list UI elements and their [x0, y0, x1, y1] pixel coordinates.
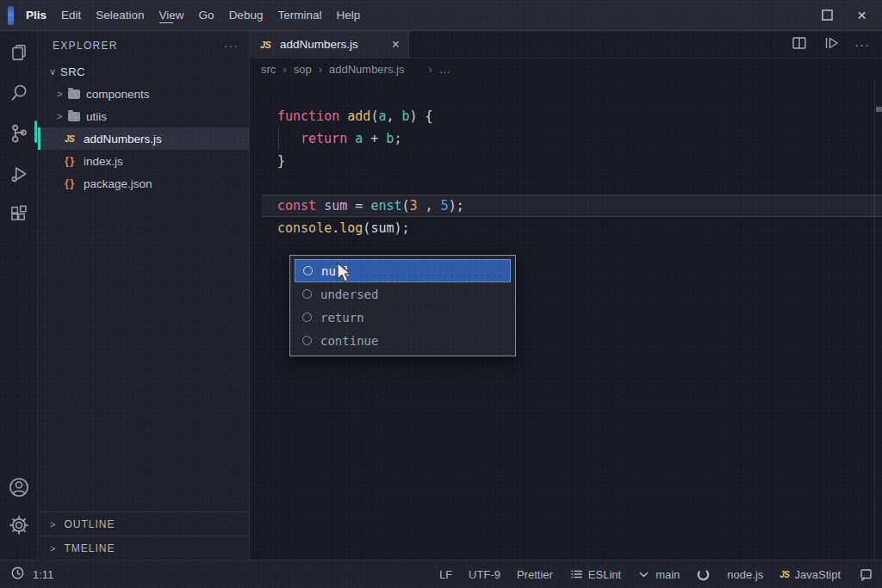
- file-item-index[interactable]: { } index.js: [38, 150, 249, 172]
- maximize-button[interactable]: [822, 9, 833, 21]
- branch-indicator[interactable]: main: [637, 568, 680, 581]
- explorer-more-actions-icon[interactable]: ···: [224, 39, 239, 53]
- menu-item-edit[interactable]: Edit: [60, 7, 82, 23]
- run-file-icon[interactable]: [823, 34, 840, 55]
- runtime-indicator[interactable]: node.js: [727, 568, 763, 581]
- close-button[interactable]: ×: [857, 7, 866, 23]
- editor-scrollbar[interactable]: [874, 79, 882, 560]
- language-indicator[interactable]: JS JavaStipt: [780, 568, 841, 581]
- keyword-circle-icon: [303, 266, 313, 275]
- active-view-indicator: [34, 121, 37, 143]
- extensions-icon[interactable]: [8, 203, 30, 226]
- notifications-icon[interactable]: [857, 566, 873, 583]
- chevron-right-icon: >: [57, 89, 68, 99]
- status-bar: 1:11 LF UTF-9 Prettier ESLint main: [0, 560, 882, 588]
- tab-bar: JS addNumbers.js × ···: [250, 31, 882, 59]
- files-icon[interactable]: [8, 41, 30, 64]
- tab-addnumbers[interactable]: JS addNumbers.js ×: [250, 31, 409, 59]
- editor-area: JS addNumbers.js × ··· src: [250, 31, 882, 560]
- code-line: [250, 172, 882, 195]
- suggest-item-undersed[interactable]: undersed: [295, 282, 511, 306]
- sync-spinner-icon[interactable]: [696, 567, 711, 582]
- history-clock-icon[interactable]: [10, 566, 25, 583]
- file-item-utiis[interactable]: > utiis: [38, 105, 249, 127]
- code-line: const sum = enst(3 , 5);: [262, 195, 882, 217]
- keyword-circle-icon: [302, 336, 312, 345]
- code-line: function add(a, b) {: [250, 105, 882, 127]
- breadcrumb-item-src[interactable]: src: [261, 63, 276, 76]
- encoding-indicator[interactable]: UTF-9: [469, 568, 500, 581]
- linter-label: ESLint: [588, 568, 621, 581]
- file-item-components[interactable]: > components: [38, 83, 249, 105]
- linter-indicator[interactable]: ESLint: [569, 567, 621, 581]
- file-label: package.json: [84, 177, 152, 190]
- javascript-icon: JS: [780, 570, 789, 579]
- mouse-cursor-icon: [335, 262, 355, 288]
- editor-actions: ···: [791, 34, 870, 55]
- suggest-label: undersed: [320, 288, 378, 301]
- javascript-file-icon: JS: [260, 40, 273, 50]
- suggest-item-continue[interactable]: continue: [295, 329, 511, 352]
- tab-label: addNumbers.js: [280, 38, 358, 51]
- split-editor-icon[interactable]: [791, 34, 808, 55]
- code-lines: function add(a, b) {return a + b;}const …: [250, 105, 882, 239]
- menu-item-go[interactable]: Go: [198, 7, 215, 23]
- suggest-label: return: [320, 311, 364, 325]
- branch-label: main: [655, 568, 680, 581]
- breadcrumb-item-file[interactable]: addNumbers.js: [329, 63, 404, 76]
- search-icon[interactable]: [8, 82, 30, 104]
- suggest-item-null[interactable]: null: [295, 259, 511, 282]
- tab-close-icon[interactable]: ×: [392, 38, 400, 52]
- sidebar-explorer: EXPLORER ··· ∨ SRC > components > utiis …: [38, 31, 250, 560]
- language-label: JavaStipt: [795, 568, 841, 581]
- panel-label: OUTLINE: [64, 518, 115, 530]
- panel-outline[interactable]: > OUTLINE: [38, 511, 249, 535]
- chevron-right-icon: >: [50, 519, 56, 529]
- breadcrumb-separator-icon: ›: [319, 63, 322, 76]
- panel-tmeline[interactable]: > TMELINE: [38, 535, 249, 560]
- folder-icon: [68, 90, 80, 99]
- activity-bar: [0, 31, 38, 560]
- panel-label: TMELINE: [64, 542, 115, 554]
- tree-root-src[interactable]: ∨ SRC: [38, 60, 249, 83]
- file-item-package[interactable]: { } package.json: [38, 172, 249, 195]
- menu-item-help[interactable]: Help: [335, 7, 361, 23]
- code-line: return a + b;: [250, 127, 882, 150]
- chevron-down-icon: [637, 568, 650, 581]
- window-controls: ×: [798, 7, 866, 23]
- eol-indicator[interactable]: LF: [439, 568, 452, 581]
- menu-item-terminal[interactable]: Terminal: [276, 7, 322, 23]
- code-editor-window: Plis Edit Seleation View Go Debug Termin…: [0, 0, 882, 588]
- menu-item-debug[interactable]: Debug: [228, 7, 264, 23]
- suggest-item-return[interactable]: return: [295, 306, 511, 329]
- menu-item-seleation[interactable]: Seleation: [95, 7, 145, 23]
- file-item-addnumbers[interactable]: JS addNumbers.js: [38, 127, 249, 150]
- maximize-icon: [822, 9, 833, 21]
- app-logo-icon: [8, 6, 14, 25]
- settings-gear-icon[interactable]: [7, 513, 31, 537]
- menu-item-plis[interactable]: Plis: [25, 7, 47, 23]
- indent-guide: [278, 127, 279, 150]
- code-line: console.log(sum);: [250, 217, 882, 239]
- file-tree: ∨ SRC > components > utiis JS addNumbers…: [38, 60, 249, 195]
- explorer-title: EXPLORER: [53, 40, 118, 52]
- code-view: function add(a, b) {return a + b;}const …: [250, 79, 882, 560]
- list-icon: [569, 567, 583, 581]
- braces-file-icon: { }: [65, 155, 78, 167]
- cursor-position[interactable]: 1:11: [33, 568, 53, 581]
- breadcrumb-item-sop[interactable]: sop: [294, 63, 312, 76]
- file-label: utiis: [86, 110, 107, 123]
- run-debug-icon[interactable]: [8, 163, 30, 185]
- suggest-list: nullundersedreturncontinue: [290, 259, 515, 352]
- formatter-indicator[interactable]: Prettier: [517, 568, 553, 581]
- chevron-right-icon: >: [50, 543, 56, 554]
- menu-item-view[interactable]: View: [158, 7, 185, 23]
- keyword-circle-icon: [302, 289, 312, 299]
- source-control-icon[interactable]: [8, 122, 30, 145]
- scrollbar-thumb[interactable]: [876, 107, 882, 112]
- breadcrumb-more[interactable]: …: [439, 63, 450, 76]
- account-icon[interactable]: [7, 475, 31, 499]
- breadcrumb-separator-icon: ›: [428, 63, 432, 76]
- breadcrumb-separator-icon: ›: [283, 63, 286, 76]
- more-actions-icon[interactable]: ···: [854, 37, 870, 52]
